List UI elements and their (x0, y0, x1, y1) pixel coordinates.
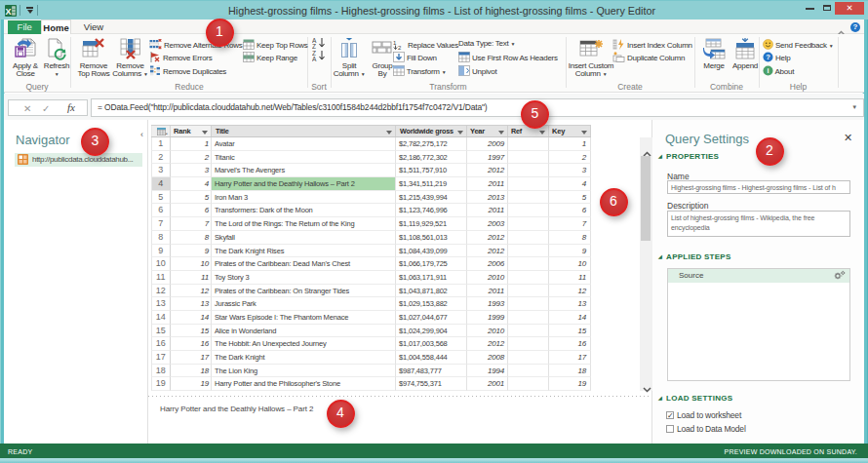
svg-text:1: 1 (393, 40, 397, 46)
svg-text:?: ? (766, 53, 770, 61)
svg-text:i: i (768, 66, 769, 75)
svg-text:X: X (5, 7, 11, 17)
svg-text:2: 2 (398, 45, 402, 50)
svg-text:A: A (312, 56, 317, 61)
svg-text:Z: Z (312, 43, 316, 49)
